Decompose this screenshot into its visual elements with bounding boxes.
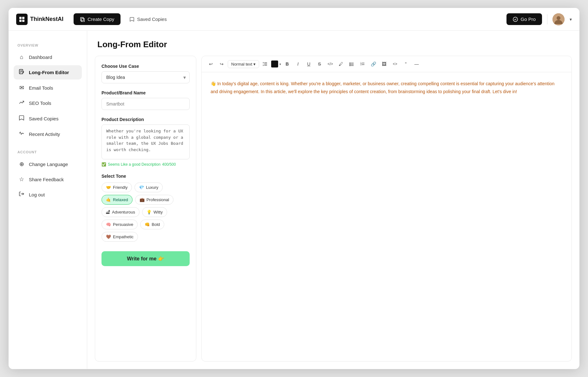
write-for-me-button[interactable]: Write for me 👉 [101, 251, 190, 266]
sidebar-item-seo-tools[interactable]: SEO Tools [14, 96, 82, 110]
code-inline-button[interactable]: </> [325, 59, 335, 69]
svg-point-23 [350, 65, 350, 66]
tone-btn-friendly[interactable]: 🤝 Friendly [101, 182, 132, 192]
svg-rect-5 [82, 18, 84, 22]
link-marker-button[interactable]: 🖊 [336, 59, 346, 69]
underline-button[interactable]: U [304, 59, 313, 69]
page-header: Long-From Editor [87, 31, 579, 56]
editor-content[interactable]: 👋 In today's digital age, content is kin… [202, 72, 572, 361]
sidebar-item-dashboard[interactable]: ⌂ Dashboard [14, 50, 82, 64]
svg-point-19 [350, 63, 350, 63]
image-button[interactable]: 🖼 [379, 59, 389, 69]
font-color-button[interactable] [271, 61, 278, 67]
account-section-label: ACCOUNT [14, 148, 82, 156]
link-button[interactable]: 🔗 [369, 59, 378, 69]
sidebar: OVERVIEW ⌂ Dashboard Long-From Editor [9, 31, 87, 369]
svg-rect-4 [81, 17, 83, 21]
svg-point-8 [557, 16, 560, 20]
logo: ThinkNestAI [16, 14, 63, 25]
product-brand-label: Product/Brand Name [101, 90, 190, 95]
adventurous-emoji: 🏕 [106, 210, 110, 214]
persuasive-emoji: 🧠 [106, 222, 111, 227]
strikethrough-button[interactable]: S [315, 59, 324, 69]
tone-btn-relaxed[interactable]: 🤙 Relaxed [101, 195, 133, 205]
app-name: ThinkNestAI [30, 16, 63, 22]
char-count: 400/500 [162, 162, 176, 167]
header-nav: Create Copy Saved Copies [74, 13, 506, 25]
sidebar-item-change-language[interactable]: ⊕ Change Language [14, 157, 82, 171]
product-desc-group: Product Description Whether you're looki… [101, 117, 190, 167]
tone-section-label: Select Tone [101, 174, 190, 179]
left-panel: Choose Use Case Blog Idea Article Landin… [95, 56, 196, 361]
undo-button[interactable]: ↩ [206, 59, 216, 69]
tone-btn-persuasive[interactable]: 🧠 Persuasive [101, 220, 138, 229]
color-picker-group: ▾ [271, 61, 281, 67]
saved-copies-nav-button[interactable]: Saved Copies [123, 13, 173, 25]
relaxed-emoji: 🤙 [106, 197, 111, 202]
tone-grid: 🤝 Friendly 💎 Luxury 🤙 Relaxed [101, 182, 190, 242]
use-case-label: Choose Use Case [101, 64, 190, 69]
activity-icon [18, 131, 25, 138]
editor-toolbar: ↩ ↪ Normal text ▾ [202, 56, 572, 72]
code-block-button[interactable]: <> [390, 59, 400, 69]
mail-icon: ✉ [18, 84, 25, 91]
tone-btn-bold[interactable]: 👊 Bold [140, 220, 164, 229]
product-desc-label: Product Description [101, 117, 190, 122]
sidebar-item-recent-activity[interactable]: Recent Activity [14, 127, 82, 141]
tone-btn-empathetic[interactable]: 🤎 Empathetic [101, 232, 138, 242]
svg-rect-0 [19, 17, 22, 19]
sidebar-item-share-feedback[interactable]: ☆ Share Feedback [14, 172, 82, 186]
use-case-select[interactable]: Blog Idea Article Landing Page Product D… [101, 71, 190, 83]
color-chevron-icon[interactable]: ▾ [279, 62, 281, 66]
empathetic-emoji: 🤎 [106, 234, 111, 239]
product-brand-input[interactable] [101, 98, 190, 110]
globe-icon: ⊕ [18, 161, 25, 168]
edit-icon [18, 69, 25, 76]
sidebar-item-saved-copies[interactable]: Saved Copies [14, 112, 82, 126]
luxury-emoji: 💎 [139, 185, 144, 190]
product-desc-textarea[interactable]: Whether you're looking for a UX role wit… [101, 125, 190, 159]
bullet-list-button[interactable] [347, 59, 356, 69]
friendly-emoji: 🤝 [106, 185, 111, 190]
witty-emoji: 💡 [147, 210, 152, 214]
hint-text: Seems Like a good Description [108, 162, 160, 167]
main-layout: OVERVIEW ⌂ Dashboard Long-From Editor [9, 31, 579, 369]
bold-button[interactable]: B [282, 59, 292, 69]
user-menu-chevron-icon[interactable]: ▾ [570, 17, 572, 22]
editor-paragraph: 👋 In today's digital age, content is kin… [211, 80, 563, 95]
home-icon: ⌂ [18, 54, 25, 61]
tone-btn-witty[interactable]: 💡 Witty [142, 207, 167, 217]
horizontal-rule-button[interactable]: — [412, 59, 421, 69]
use-case-group: Choose Use Case Blog Idea Article Landin… [101, 64, 190, 83]
header: ThinkNestAI Create Copy Saved Copies Go … [9, 8, 579, 31]
line-spacing-button[interactable] [260, 59, 270, 69]
tone-group: Select Tone 🤝 Friendly 💎 Luxury [101, 174, 190, 242]
italic-button[interactable]: I [293, 59, 303, 69]
style-chevron-icon: ▾ [253, 62, 256, 67]
create-copy-button[interactable]: Create Copy [74, 13, 121, 25]
blockquote-button[interactable]: " [401, 59, 410, 69]
go-pro-button[interactable]: Go Pro [506, 13, 542, 25]
tone-btn-adventurous[interactable]: 🏕 Adventurous [101, 207, 140, 217]
checkmark-icon: ✅ [101, 162, 106, 167]
text-style-select[interactable]: Normal text ▾ [228, 60, 259, 68]
sidebar-item-email-tools[interactable]: ✉ Email Tools [14, 81, 82, 95]
svg-rect-1 [22, 17, 24, 19]
sidebar-item-long-form-editor[interactable]: Long-From Editor [14, 65, 82, 80]
right-panel: ↩ ↪ Normal text ▾ [201, 56, 572, 361]
avatar[interactable] [552, 13, 565, 25]
bookmark-icon [18, 115, 25, 122]
editor-layout: Choose Use Case Blog Idea Article Landin… [87, 56, 579, 369]
tone-btn-professional[interactable]: 💼 Professional [135, 195, 174, 205]
redo-button[interactable]: ↪ [217, 59, 226, 69]
sidebar-item-log-out[interactable]: Log out [14, 188, 82, 202]
overview-section-label: OVERVIEW [14, 41, 82, 49]
professional-emoji: 💼 [140, 197, 145, 202]
logout-icon [18, 191, 25, 198]
svg-rect-3 [22, 20, 24, 22]
header-divider [547, 14, 547, 24]
tone-btn-luxury[interactable]: 💎 Luxury [134, 182, 163, 192]
trending-icon [18, 99, 25, 107]
ordered-list-button[interactable]: 1. 2. [358, 59, 367, 69]
textarea-hint: ✅ Seems Like a good Description 400/500 [101, 162, 190, 167]
